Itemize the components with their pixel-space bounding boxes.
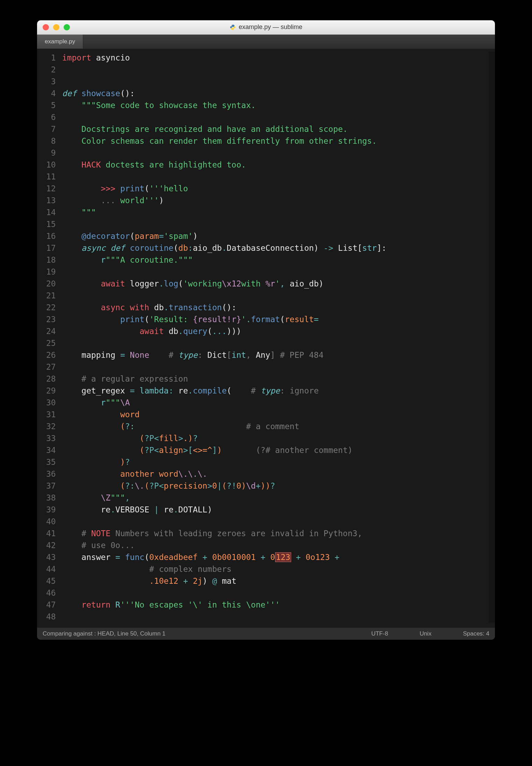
code-line[interactable]: r"""\A (62, 397, 482, 409)
line-number: 19 (46, 266, 56, 278)
code-line[interactable]: # NOTE Numbers with leading zeroes are i… (62, 527, 482, 539)
code-line[interactable] (62, 611, 482, 623)
code-line[interactable]: async with db.transaction(): (62, 302, 482, 313)
code-line[interactable]: (?P<fill>.)? (62, 432, 482, 444)
code-line[interactable]: # use 0o... (62, 539, 482, 551)
code-line[interactable]: answer = func(0xdeadbeef + 0b0010001 + 0… (62, 551, 482, 563)
line-number: 36 (46, 468, 56, 480)
line-number: 42 (46, 539, 56, 551)
window-title-text: example.py — sublime (239, 23, 302, 31)
line-number: 30 (46, 397, 56, 409)
line-number: 11 (46, 171, 56, 183)
code-line[interactable]: )? (62, 456, 482, 468)
code-line[interactable]: HACK doctests are highlighted too. (62, 159, 482, 171)
code-line[interactable] (62, 64, 482, 76)
line-number: 43 (46, 551, 56, 563)
code-line[interactable]: (?: # a comment (62, 420, 482, 432)
line-number: 13 (46, 194, 56, 206)
code-line[interactable]: return R'''No escapes '\' in this \one''… (62, 599, 482, 611)
line-number: 21 (46, 290, 56, 302)
editor-area[interactable]: 1234567891011121314151617181920212223242… (37, 49, 495, 627)
line-number: 47 (46, 599, 56, 611)
line-number: 17 (46, 242, 56, 254)
code-line[interactable]: import asyncio (62, 52, 482, 64)
code-line[interactable] (62, 218, 482, 230)
code-line[interactable]: @decorator(param='spam') (62, 230, 482, 242)
code-line[interactable] (62, 266, 482, 278)
status-line-endings[interactable]: Unix (419, 630, 431, 638)
code-line[interactable]: another word\.\.\. (62, 468, 482, 480)
tab-label: example.py (45, 37, 75, 46)
code-line[interactable]: await db.query(...))) (62, 325, 482, 337)
code-line[interactable]: word (62, 409, 482, 420)
minimize-icon[interactable] (53, 24, 59, 30)
tab-example-py[interactable]: example.py (37, 35, 83, 49)
line-number: 24 (46, 325, 56, 337)
status-encoding[interactable]: UTF-8 (371, 630, 388, 638)
line-number: 27 (46, 361, 56, 373)
code-area[interactable]: import asyncio def showcase(): """Some c… (62, 52, 489, 623)
line-number: 28 (46, 373, 56, 385)
line-number: 38 (46, 492, 56, 504)
minimap[interactable] (489, 52, 495, 623)
code-line[interactable] (62, 361, 482, 373)
line-number: 37 (46, 480, 56, 492)
line-number: 33 (46, 432, 56, 444)
status-indent[interactable]: Spaces: 4 (463, 630, 489, 638)
line-number: 18 (46, 254, 56, 266)
code-line[interactable] (62, 290, 482, 302)
line-number: 20 (46, 278, 56, 290)
code-line[interactable]: \Z""", (62, 492, 482, 504)
code-line[interactable]: get_regex = lambda: re.compile( # type: … (62, 385, 482, 397)
code-line[interactable]: Docstrings are recognized and have an ad… (62, 123, 482, 135)
code-line[interactable] (62, 337, 482, 349)
code-line[interactable]: """ (62, 206, 482, 218)
line-number: 48 (46, 611, 56, 623)
status-bar: Comparing against : HEAD, Line 50, Colum… (37, 627, 495, 640)
code-line[interactable]: .10e12 + 2j) @ mat (62, 575, 482, 587)
line-number: 26 (46, 349, 56, 361)
line-number: 23 (46, 313, 56, 325)
code-line[interactable]: ... world''') (62, 194, 482, 206)
code-line[interactable] (62, 147, 482, 159)
code-line[interactable]: async def coroutine(db:aio_db.DatabaseCo… (62, 242, 482, 254)
line-number: 9 (46, 147, 56, 159)
code-line[interactable]: mapping = None # type: Dict[int, Any] # … (62, 349, 482, 361)
code-line[interactable] (62, 76, 482, 87)
line-number: 4 (46, 87, 56, 99)
code-line[interactable]: # complex numbers (62, 563, 482, 575)
code-line[interactable]: (?:\.(?P<precision>0|(?!0)\d+))? (62, 480, 482, 492)
code-line[interactable]: print('Result: {result!r}'.format(result… (62, 313, 482, 325)
line-number: 35 (46, 456, 56, 468)
line-number: 34 (46, 444, 56, 456)
code-line[interactable]: >>> print('''hello (62, 183, 482, 194)
line-number: 44 (46, 563, 56, 575)
code-line[interactable]: re.VERBOSE | re.DOTALL) (62, 504, 482, 516)
window-title: example.py — sublime (37, 23, 495, 31)
code-line[interactable] (62, 516, 482, 527)
line-number: 22 (46, 302, 56, 313)
line-number: 15 (46, 218, 56, 230)
code-line[interactable] (62, 111, 482, 123)
close-icon[interactable] (43, 24, 49, 30)
line-number: 3 (46, 76, 56, 87)
code-line[interactable] (62, 171, 482, 183)
code-line[interactable]: Color schemas can render them differentl… (62, 135, 482, 147)
code-line[interactable]: """Some code to showcase the syntax. (62, 99, 482, 111)
titlebar[interactable]: example.py — sublime (37, 20, 495, 35)
code-line[interactable]: def showcase(): (62, 87, 482, 99)
code-line[interactable] (62, 587, 482, 599)
line-number: 16 (46, 230, 56, 242)
status-left[interactable]: Comparing against : HEAD, Line 50, Colum… (43, 630, 166, 638)
line-number: 2 (46, 64, 56, 76)
line-number: 39 (46, 504, 56, 516)
code-line[interactable]: (?P<align>[<>=^]) (?# another comment) (62, 444, 482, 456)
line-number: 32 (46, 420, 56, 432)
code-line[interactable]: await logger.log('working\x12with %r', a… (62, 278, 482, 290)
window-controls (37, 24, 70, 30)
line-number: 14 (46, 206, 56, 218)
code-line[interactable]: r"""A coroutine.""" (62, 254, 482, 266)
code-line[interactable]: # a regular expression (62, 373, 482, 385)
line-number: 10 (46, 159, 56, 171)
zoom-icon[interactable] (64, 24, 70, 30)
